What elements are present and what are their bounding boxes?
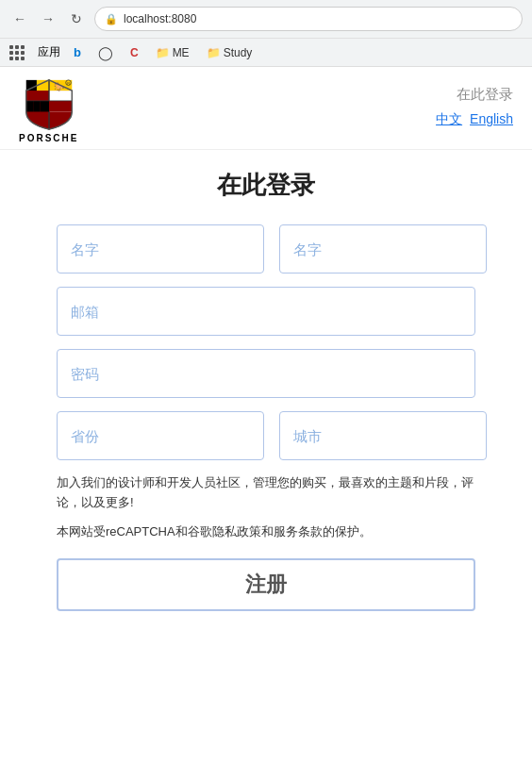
password-input[interactable]: [57, 349, 475, 398]
firstname-input[interactable]: [57, 224, 264, 273]
apps-grid-icon[interactable]: [9, 45, 25, 60]
description-text-2: 本网站受reCAPTCHA和谷歌隐私政策和服务条款的保护。: [57, 522, 475, 542]
header-right: 在此登录 中文 English: [436, 78, 513, 128]
language-links: 中文 English: [436, 111, 513, 128]
bookmark-codepen[interactable]: C: [126, 44, 142, 61]
bookmark-study-label: Study: [224, 46, 253, 59]
codepen-favicon: C: [130, 46, 139, 59]
email-input[interactable]: [57, 287, 475, 336]
svg-rect-9: [33, 101, 40, 111]
city-input[interactable]: [279, 411, 487, 460]
back-button[interactable]: ←: [9, 8, 30, 29]
me-folder-icon: 📁: [156, 46, 170, 59]
svg-rect-10: [40, 101, 48, 111]
forward-button[interactable]: →: [38, 8, 58, 29]
address-bar[interactable]: 🔒 localhost:8080: [94, 7, 523, 31]
location-row: [57, 411, 475, 460]
bookmarks-bar: 应用 b ◯ C 📁 ME 📁 Study: [0, 38, 532, 66]
province-input[interactable]: [57, 411, 264, 460]
svg-rect-8: [25, 101, 32, 111]
url-text: localhost:8080: [124, 12, 196, 25]
header-login-link[interactable]: 在此登录: [457, 86, 513, 104]
page-header: 🐎 R PORSCHE 在此登录 中文: [0, 67, 532, 150]
study-folder-icon: 📁: [207, 46, 221, 59]
github-favicon: ◯: [98, 45, 113, 60]
submit-button[interactable]: 注册: [57, 558, 475, 611]
svg-text:R: R: [67, 82, 70, 86]
bookmark-bing[interactable]: b: [70, 43, 85, 61]
lang-chinese-link[interactable]: 中文: [436, 111, 462, 128]
browser-toolbar: ← → ↻ 🔒 localhost:8080: [0, 0, 532, 38]
description-text-1: 加入我们的设计师和开发人员社区，管理您的购买，最喜欢的主题和片段，评论，以及更多…: [57, 473, 475, 513]
porsche-wordmark: PORSCHE: [19, 133, 78, 143]
bookmark-me[interactable]: 📁 ME: [152, 44, 193, 61]
porsche-crest-image: 🐎 R: [23, 78, 75, 131]
form-title: 在此登录: [57, 169, 475, 202]
bookmark-github[interactable]: ◯: [94, 43, 117, 62]
bookmark-apps-label: 应用: [38, 44, 60, 60]
refresh-button[interactable]: ↻: [66, 8, 87, 29]
secure-icon: 🔒: [105, 13, 118, 25]
main-content: 在此登录 加入我们的设计师和开发人员社区，管理您的购买，最喜欢的主题和片段，评论…: [0, 150, 532, 630]
email-row: [57, 287, 475, 336]
password-row: [57, 349, 475, 398]
bookmark-me-label: ME: [173, 46, 190, 59]
lang-english-link[interactable]: English: [470, 111, 513, 128]
porsche-logo: 🐎 R PORSCHE: [19, 78, 78, 143]
bing-favicon: b: [74, 45, 81, 59]
browser-chrome: ← → ↻ 🔒 localhost:8080 应用 b ◯ C 📁 ME 📁: [0, 0, 532, 67]
svg-rect-11: [49, 101, 72, 111]
bookmark-study[interactable]: 📁 Study: [203, 44, 257, 61]
page-content: 🐎 R PORSCHE 在此登录 中文: [0, 67, 532, 779]
name-row: [57, 224, 475, 273]
lastname-input[interactable]: [279, 224, 487, 273]
svg-rect-2: [25, 80, 36, 91]
